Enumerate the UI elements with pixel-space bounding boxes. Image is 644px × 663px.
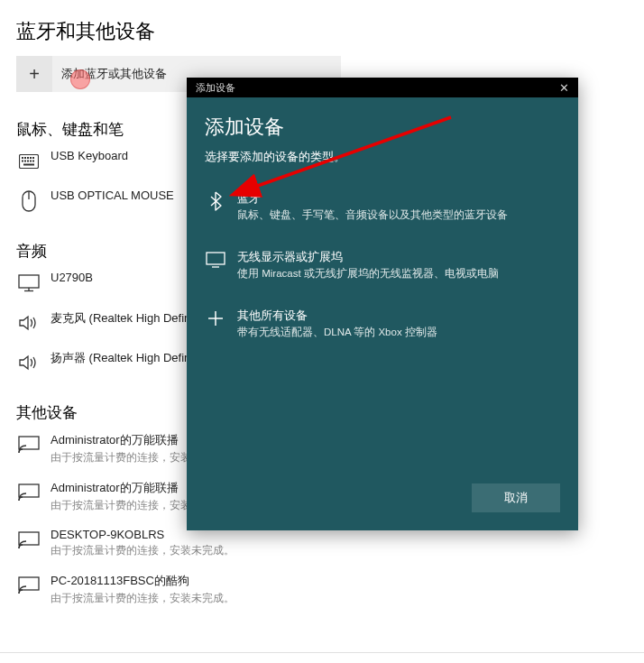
svg-rect-10	[32, 161, 34, 162]
device-name: USB Keyboard	[51, 149, 128, 162]
cast-icon	[16, 573, 41, 598]
dialog-titlebar: 添加设备 ✕	[187, 78, 578, 97]
keyboard-icon	[16, 149, 41, 174]
svg-rect-5	[32, 157, 34, 159]
mouse-icon	[16, 189, 41, 214]
svg-rect-6	[22, 161, 23, 162]
option-desc: 鼠标、键盘、手写笔、音频设备以及其他类型的蓝牙设备	[237, 208, 508, 222]
cast-icon	[16, 432, 41, 457]
device-sub: 由于按流量计费的连接，安装未完成。	[51, 591, 235, 606]
device-name: PC-20181113FBSC的酷狗	[51, 573, 235, 589]
device-row-other[interactable]: DESKTOP-9KOBLRS 由于按流量计费的连接，安装未完成。	[16, 528, 628, 558]
device-name: USB OPTICAL MOUSE	[51, 189, 174, 202]
svg-rect-4	[30, 157, 32, 159]
display-icon	[205, 249, 226, 271]
plus-icon	[205, 308, 226, 329]
cast-icon	[16, 528, 41, 553]
cursor-highlight	[70, 69, 90, 89]
dialog-titlebar-text: 添加设备	[196, 81, 235, 95]
svg-rect-19	[19, 532, 39, 545]
option-title: 其他所有设备	[237, 308, 437, 324]
svg-rect-14	[19, 275, 39, 288]
speaker-icon	[16, 310, 41, 336]
cancel-button[interactable]: 取消	[472, 483, 560, 512]
add-device-dialog: 添加设备 ✕ 添加设备 选择要添加的设备的类型。 蓝牙 鼠标、键盘、手写笔、音频…	[187, 78, 578, 530]
bluetooth-icon	[205, 190, 226, 212]
option-title: 蓝牙	[237, 190, 508, 207]
option-bluetooth[interactable]: 蓝牙 鼠标、键盘、手写笔、音频设备以及其他类型的蓝牙设备	[205, 181, 560, 231]
svg-rect-7	[24, 161, 26, 162]
svg-rect-3	[27, 157, 29, 159]
svg-rect-2	[24, 157, 26, 159]
monitor-icon	[16, 271, 41, 296]
svg-rect-20	[19, 577, 39, 590]
svg-rect-11	[23, 164, 34, 166]
option-everything-else[interactable]: 其他所有设备 带有无线适配器、DLNA 等的 Xbox 控制器	[205, 299, 560, 348]
cast-icon	[16, 480, 41, 505]
svg-rect-17	[19, 437, 39, 449]
dialog-heading: 添加设备	[205, 114, 560, 141]
device-sub: 由于按流量计费的连接，安装未完成。	[51, 543, 235, 558]
close-icon[interactable]: ✕	[556, 81, 573, 95]
speaker-icon	[16, 350, 41, 375]
page-title: 蓝牙和其他设备	[16, 18, 628, 45]
option-desc: 使用 Miracast 或无线扩展坞的无线监视器、电视或电脑	[237, 267, 499, 281]
option-wireless-display[interactable]: 无线显示器或扩展坞 使用 Miracast 或无线扩展坞的无线监视器、电视或电脑	[205, 240, 560, 290]
plus-icon: +	[16, 56, 52, 92]
svg-rect-9	[30, 161, 32, 162]
option-desc: 带有无线适配器、DLNA 等的 Xbox 控制器	[237, 326, 437, 339]
svg-rect-8	[27, 161, 29, 162]
svg-rect-21	[207, 253, 225, 264]
device-row-other[interactable]: PC-20181113FBSC的酷狗 由于按流量计费的连接，安装未完成。	[16, 573, 628, 606]
option-title: 无线显示器或扩展坞	[237, 249, 499, 265]
device-name: U2790B	[51, 271, 93, 284]
bottom-border	[0, 652, 644, 663]
svg-rect-18	[19, 484, 39, 497]
svg-rect-1	[22, 157, 23, 159]
dialog-subtext: 选择要添加的设备的类型。	[205, 150, 560, 165]
